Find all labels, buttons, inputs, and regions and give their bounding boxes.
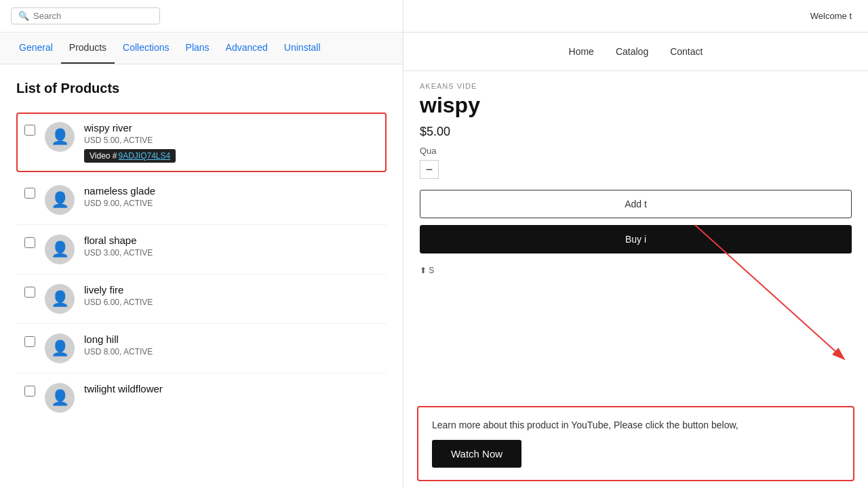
product-name: floral shape [84,235,378,246]
product-list: 👤 wispy river USD 5.00, ACTIVE Video # 9… [16,113,387,422]
quantity-label: Qua [420,146,852,156]
nav-catalog[interactable]: Catalog [616,46,648,57]
product-checkbox-long-hill[interactable] [24,336,35,347]
buy-now-button[interactable]: Buy i [420,225,852,253]
avatar-icon: 👤 [51,241,69,258]
quantity-controls: − [420,160,852,179]
product-checkbox-floral-shape[interactable] [24,237,35,248]
products-panel: List of Products 👤 wispy river USD 5.00,… [0,64,403,488]
tab-bar: General Products Collections Plans Advan… [0,33,403,64]
product-meta: USD 3.00, ACTIVE [84,248,378,258]
search-input[interactable] [33,11,142,21]
product-avatar-long-hill: 👤 [45,333,75,363]
product-checkbox-nameless-glade[interactable] [24,188,35,199]
product-info-lively-fire: lively fire USD 6.00, ACTIVE [84,284,378,307]
product-avatar-wispy-river: 👤 [45,122,75,152]
product-name: wispy river [84,122,378,134]
right-panel: Welcome t Home Catalog Contact AKEANS VI… [403,0,868,488]
product-avatar-twilight-wildflower: 👤 [45,383,75,413]
promo-text: Learn more about this product in YouTube… [432,420,840,430]
product-detail-name: wispy [420,93,852,118]
product-detail: AKEANS VIDE wispy $5.00 Qua − Add t Buy … [403,71,868,488]
video-id-link[interactable]: 9ADJIQ74LS4 [118,151,170,161]
avatar-icon: 👤 [51,191,69,209]
product-avatar-nameless-glade: 👤 [45,185,75,215]
tab-products[interactable]: Products [61,33,115,64]
product-name: lively fire [84,284,378,296]
product-meta: USD 6.00, ACTIVE [84,298,378,307]
avatar-icon: 👤 [51,389,69,407]
product-brand: AKEANS VIDE [420,82,852,90]
welcome-text: Welcome t [810,11,852,21]
video-badge: Video # 9ADJIQ74LS4 [84,149,176,163]
product-name: nameless glade [84,185,378,197]
left-panel: 🔍 General Products Collections Plans Adv… [0,0,403,488]
product-item-floral-shape[interactable]: 👤 floral shape USD 3.00, ACTIVE [16,224,387,274]
product-meta: USD 9.00, ACTIVE [84,199,378,208]
tab-general[interactable]: General [11,33,61,64]
search-input-wrap: 🔍 [11,7,160,24]
panel-title: List of Products [16,81,387,96]
product-info-floral-shape: floral shape USD 3.00, ACTIVE [84,235,378,258]
quantity-decrease-button[interactable]: − [420,160,439,179]
avatar-icon: 👤 [51,128,69,146]
tab-collections[interactable]: Collections [115,33,177,64]
product-item-twilight-wildflower[interactable]: 👤 twilight wildflower [16,373,387,422]
youtube-promo-box: Learn more about this product in YouTube… [417,406,854,481]
product-meta: USD 5.00, ACTIVE [84,136,378,145]
product-checkbox-twilight-wildflower[interactable] [24,386,35,396]
product-name: twilight wildflower [84,383,378,394]
product-info-twilight-wildflower: twilight wildflower [84,383,378,396]
product-checkbox-wispy-river[interactable] [24,125,35,136]
video-prefix: Video # [90,151,117,161]
store-topbar: Welcome t [403,0,868,33]
product-item-nameless-glade[interactable]: 👤 nameless glade USD 9.00, ACTIVE [16,175,387,224]
avatar-icon: 👤 [51,290,69,308]
product-info-long-hill: long hill USD 8.00, ACTIVE [84,333,378,357]
share-icon[interactable]: ⬆ S [420,266,852,275]
watch-now-button[interactable]: Watch Now [432,440,521,468]
add-to-cart-button[interactable]: Add t [420,190,852,218]
product-avatar-lively-fire: 👤 [45,284,75,314]
product-checkbox-lively-fire[interactable] [24,287,35,298]
search-icon: 🔍 [18,11,29,21]
nav-home[interactable]: Home [569,46,594,57]
tab-uninstall[interactable]: Uninstall [276,33,329,64]
product-item-long-hill[interactable]: 👤 long hill USD 8.00, ACTIVE [16,323,387,373]
product-info-nameless-glade: nameless glade USD 9.00, ACTIVE [84,185,378,208]
search-bar: 🔍 [0,0,403,33]
product-info-wispy-river: wispy river USD 5.00, ACTIVE Video # 9AD… [84,122,378,163]
product-name: long hill [84,333,378,345]
tab-plans[interactable]: Plans [178,33,218,64]
nav-contact[interactable]: Contact [670,46,703,57]
product-item-lively-fire[interactable]: 👤 lively fire USD 6.00, ACTIVE [16,274,387,323]
avatar-icon: 👤 [51,340,69,357]
tab-advanced[interactable]: Advanced [218,33,276,64]
product-price: $5.00 [420,125,852,139]
store-nav: Home Catalog Contact [403,33,868,71]
product-item-wispy-river[interactable]: 👤 wispy river USD 5.00, ACTIVE Video # 9… [16,113,387,172]
product-avatar-floral-shape: 👤 [45,235,75,264]
product-meta: USD 8.00, ACTIVE [84,347,378,357]
